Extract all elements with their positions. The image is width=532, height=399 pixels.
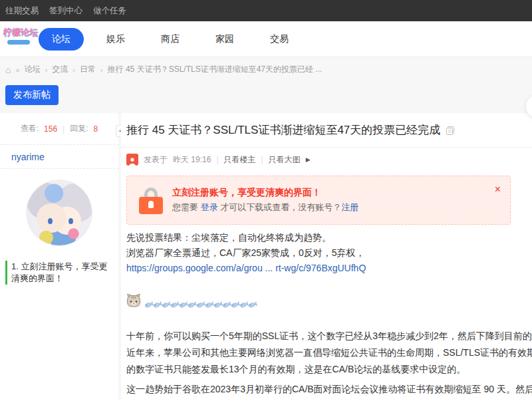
nav-item-home[interactable]: 家园 — [202, 28, 247, 51]
site-logo[interactable]: 柠檬论坛 — [3, 27, 42, 53]
para1-line-3: 的数字证书只能签发最长13个月的有效期，这是在CA/B论坛的基线要求中设定的。 — [126, 361, 532, 378]
avatar-eye — [68, 218, 73, 224]
new-post-button[interactable]: 发布新帖 — [5, 85, 59, 105]
copy-title-icon[interactable] — [446, 126, 455, 135]
only-images-link[interactable]: 只看大图 — [269, 154, 301, 166]
nav-item-entertainment[interactable]: 娱乐 — [93, 28, 138, 51]
nav-menu: 论坛 娱乐 商店 家园 交易 — [39, 21, 302, 57]
notice-middle: 才可以下载或查看，没有账号？ — [220, 202, 341, 212]
post-title: 推行 45 天证书？SSL/TLS证书渐进缩短至47天的投票已经完成 — [126, 122, 440, 138]
notice-line: 您需要 登录 才可以下载或查看，没有账号？注册 — [172, 199, 501, 216]
breadcrumb-separator: › — [45, 66, 48, 74]
para1-line-1: 十年前，你可以购买一个5年期的SSL证书，这个数字已经从3年稳步减少到2年，然后… — [126, 328, 532, 344]
meta-divider: | — [261, 155, 263, 164]
nav-item-trade[interactable]: 交易 — [257, 28, 302, 51]
thread-sidebar: 查看: 156 | 回复: 8 nyarime 1. 立刻注册账号，享受更清爽的… — [0, 113, 118, 399]
breadcrumb: ⌂ » 论坛 › 交流 › 日常 › 推行 45 天证书？SSL/TLS证书渐进… — [5, 64, 322, 75]
lock-icon — [139, 188, 163, 214]
meta-caret-icon[interactable]: ▶ — [306, 156, 311, 163]
breadcrumb-separator: › — [100, 66, 103, 74]
topbar-link-past-trades[interactable]: 往期交易 — [5, 5, 39, 17]
breadcrumb-link-daily[interactable]: 日常 — [80, 64, 96, 75]
views-label: 查看: — [21, 123, 39, 134]
views-count: 156 — [44, 124, 57, 134]
author-username-link[interactable]: nyarime — [11, 152, 45, 162]
site-logo-badge — [7, 40, 30, 45]
cat-emoticon — [126, 293, 141, 309]
fish-emoji-row — [144, 301, 257, 309]
posted-label: 发表于 — [144, 154, 168, 166]
breadcrumb-current: 推行 45 天证书？SSL/TLS证书渐进缩短至47天的投票已经 ... — [108, 64, 323, 75]
breadcrumb-link-exchange[interactable]: 交流 — [52, 64, 68, 75]
stats-divider: | — [63, 124, 65, 134]
author-row: nyarime — [0, 145, 118, 169]
notice-close-icon[interactable]: × — [495, 184, 501, 195]
main-navbar: 柠檬论坛 论坛 娱乐 商店 家园 交易 — [0, 21, 532, 57]
nav-item-forum[interactable]: 论坛 — [39, 28, 84, 51]
forum-page: 往期交易 签到中心 做个任务 柠檬论坛 论坛 娱乐 商店 家园 交易 ⌂ » 论… — [0, 0, 532, 399]
notice-title: 立刻注册账号，享受更清爽的界面！ — [172, 186, 501, 199]
only-author-link[interactable]: 只看楼主 — [224, 154, 256, 166]
toc-item-register[interactable]: 1. 立刻注册账号，享受更清爽的界面！ — [5, 261, 113, 285]
emoticon-row — [126, 292, 532, 309]
body-line-1: 先说投票结果：尘埃落定，自动化终将成为趋势。 — [126, 230, 532, 245]
google-groups-link[interactable]: https://groups.google.com/a/grou ... rt-… — [126, 263, 366, 273]
home-icon[interactable]: ⌂ — [5, 66, 11, 74]
replies-label: 回复: — [70, 123, 88, 134]
topbar-link-tasks[interactable]: 做个任务 — [93, 5, 126, 17]
avatar-eye — [48, 218, 53, 224]
fish-emoji — [247, 299, 258, 311]
nav-item-shop[interactable]: 商店 — [148, 28, 193, 51]
register-notice-box: 立刻注册账号，享受更清爽的界面！ 您需要 登录 才可以下载或查看，没有账号？注册… — [126, 176, 511, 225]
paragraph-1: 十年前，你可以购买一个5年期的SSL证书，这个数字已经从3年稳步减少到2年，然后… — [126, 328, 532, 378]
post-time: 昨天 19:16 — [173, 154, 211, 166]
breadcrumb-separator: » — [15, 66, 19, 74]
top-utility-bar: 往期交易 签到中心 做个任务 — [0, 0, 532, 21]
meta-divider: | — [216, 155, 218, 164]
para1-line-2: 近年来，苹果公司和其他主要网络浏览器一直倡导缩短公共证书的生命周期，SSL/TL… — [126, 344, 532, 361]
author-avatar-wrap — [0, 169, 118, 253]
post-body: 先说投票结果：尘埃落定，自动化终将成为趋势。 浏览器厂家全票通过，CA厂家25家… — [126, 230, 532, 398]
paragraph-2: 这一趋势始于谷歌在2023年3月初举行的CA/B面对面论坛会议推动将证书有效期缩… — [126, 381, 532, 398]
replies-count: 8 — [94, 124, 98, 134]
author-avatar[interactable] — [26, 180, 92, 246]
lock-keyhole — [148, 201, 154, 208]
login-link[interactable]: 登录 — [201, 202, 218, 212]
post-meta-row: 发表于 昨天 19:16 | 只看楼主 | 只看大图 ▶ — [126, 154, 311, 166]
post-card: 推行 45 天证书？SSL/TLS证书渐进缩短至47天的投票已经完成 发表于 昨… — [121, 113, 532, 399]
breadcrumb-separator: › — [72, 66, 75, 74]
breadcrumb-link-forum[interactable]: 论坛 — [25, 64, 41, 75]
poster-avatar-icon[interactable] — [126, 154, 138, 166]
post-title-row: 推行 45 天证书？SSL/TLS证书渐进缩短至47天的投票已经完成 — [121, 113, 532, 148]
notice-prefix: 您需要 — [172, 202, 198, 212]
register-link[interactable]: 注册 — [341, 202, 358, 212]
thread-stats: 查看: 156 | 回复: 8 — [0, 113, 118, 145]
site-logo-text: 柠檬论坛 — [3, 27, 42, 39]
body-line-2: 浏览器厂家全票通过，CA厂家25家赞成，0反对，5弃权， — [126, 245, 532, 261]
topbar-link-checkin[interactable]: 签到中心 — [49, 5, 82, 17]
